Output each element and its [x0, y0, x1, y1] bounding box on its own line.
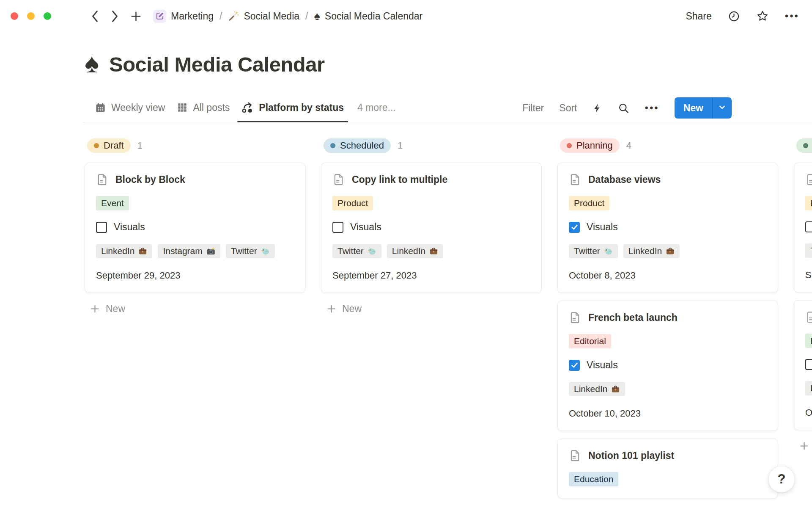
card[interactable]: French beta launchEditorialVisualsLinked…	[557, 301, 778, 431]
platform-label: L	[810, 383, 812, 393]
category-tag-row: E	[805, 334, 812, 348]
new-button[interactable]: New	[675, 97, 732, 119]
visuals-checkbox[interactable]	[805, 359, 812, 370]
card[interactable]: Notion 101 playlistEducation	[557, 439, 778, 498]
card[interactable]: Copy link to multipleProductVisualsTwitt…	[321, 163, 542, 293]
help-button[interactable]: ?	[768, 466, 795, 493]
card-title-row	[805, 173, 812, 186]
platform-tag-t: T	[805, 243, 812, 258]
new-button-label[interactable]: New	[675, 97, 712, 119]
category-tag-row: Product	[569, 196, 767, 210]
visuals-checkbox-row: Visuals	[569, 221, 767, 233]
card[interactable]: Block by BlockEventVisualsLinkedInInstag…	[85, 163, 305, 293]
search-icon[interactable]	[618, 102, 629, 114]
favorite-star-icon[interactable]	[756, 10, 769, 22]
page-doc-icon	[569, 311, 582, 324]
tab-all-posts[interactable]: All posts	[171, 99, 236, 121]
page-doc-icon	[332, 173, 345, 186]
page-title: ♠ Social Media Calendar	[85, 51, 812, 78]
platform-label: LinkedIn	[392, 246, 425, 256]
breadcrumb-item-social-media-calendar[interactable]: ♠Social Media Calendar	[314, 11, 422, 22]
platform-tag-twitter: Twitter	[569, 244, 618, 258]
category-tag-row: Event	[96, 196, 294, 210]
briefcase-icon	[666, 247, 675, 256]
visuals-checkbox-row: Visuals	[332, 221, 530, 233]
status-pill[interactable]	[796, 138, 812, 153]
checkbox-label: Visuals	[587, 221, 618, 233]
category-tag: E	[805, 334, 812, 348]
briefcase-icon	[611, 385, 620, 394]
briefcase-icon	[138, 247, 147, 256]
visuals-checkbox[interactable]	[569, 222, 580, 233]
column-header	[796, 138, 812, 153]
automation-lightning-icon[interactable]	[592, 102, 603, 114]
card-date: October 8, 2023	[569, 270, 767, 281]
add-card-button[interactable]: New	[321, 301, 542, 317]
status-pill[interactable]: Planning	[560, 138, 620, 153]
category-tag: Education	[569, 472, 618, 486]
breadcrumb-label: Social Media	[244, 11, 299, 22]
page-title-text: Social Media Calendar	[109, 52, 325, 76]
visuals-checkbox-row: Visuals	[96, 221, 294, 233]
platform-tag-l: L	[805, 381, 812, 395]
visuals-checkbox-row: Visuals	[569, 359, 767, 371]
sort-button[interactable]: Sort	[559, 102, 577, 114]
status-pill[interactable]: Draft	[87, 138, 131, 153]
more-views-link[interactable]: 4 more...	[357, 102, 396, 118]
visuals-checkbox-row	[805, 221, 812, 232]
status-dot-icon	[94, 143, 99, 148]
page-icon-spade[interactable]: ♠	[85, 50, 99, 77]
column-header: Draft1	[87, 138, 305, 153]
add-card-button[interactable]: New	[85, 301, 305, 317]
breadcrumb-item-marketing[interactable]: Marketing	[153, 10, 214, 23]
sidebar-menu-icon[interactable]	[68, 12, 80, 21]
category-tag: Editorial	[569, 334, 611, 348]
platform-tag-instagram: Instagram	[158, 244, 220, 258]
view-options-icon[interactable]: •••	[645, 102, 659, 114]
toolbar-divider	[83, 122, 812, 122]
spade-icon: ♠	[314, 11, 320, 22]
tab-platform-by-status[interactable]: Platform by status	[236, 98, 350, 121]
share-button[interactable]: Share	[686, 11, 711, 22]
filter-button[interactable]: Filter	[522, 102, 544, 114]
new-page-icon[interactable]	[130, 10, 142, 22]
status-pill[interactable]: Scheduled	[324, 138, 391, 153]
briefcase-icon	[429, 247, 438, 256]
card-title-row: Notion 101 playlist	[569, 449, 767, 462]
minimize-button[interactable]	[27, 12, 35, 20]
forward-icon[interactable]	[110, 10, 120, 23]
card-title: Database views	[588, 174, 661, 185]
visuals-checkbox[interactable]	[569, 360, 580, 371]
breadcrumb-item-social-media[interactable]: Social Media	[228, 11, 299, 22]
visuals-checkbox[interactable]	[805, 221, 812, 232]
visuals-checkbox[interactable]	[332, 222, 343, 233]
card-title-row: Block by Block	[96, 173, 294, 186]
status-label: Planning	[576, 140, 613, 151]
card[interactable]: Database viewsProductVisualsTwitterLinke…	[557, 163, 778, 293]
more-options-icon[interactable]: •••	[785, 10, 799, 22]
card[interactable]: PTS	[794, 163, 812, 293]
tab-weekly-view[interactable]: Weekly view	[89, 99, 171, 121]
page-doc-icon	[569, 449, 582, 462]
back-icon[interactable]	[90, 10, 100, 23]
zoom-button[interactable]	[44, 12, 51, 20]
plus-icon	[799, 441, 809, 451]
board-column-scheduled: Scheduled1Copy link to multipleProductVi…	[321, 138, 542, 317]
breadcrumb-label: Marketing	[171, 11, 214, 22]
visuals-checkbox[interactable]	[96, 222, 107, 233]
new-dropdown-button[interactable]	[712, 97, 732, 119]
card-title-row: Database views	[569, 173, 767, 186]
card[interactable]: ELO	[794, 300, 812, 430]
window-titlebar: Marketing/Social Media/♠Social Media Cal…	[0, 0, 812, 32]
tab-label: All posts	[193, 102, 230, 113]
card-date: O	[805, 407, 812, 418]
close-button[interactable]	[11, 12, 18, 20]
card-title-row	[805, 311, 812, 323]
card-date: S	[805, 270, 812, 281]
status-label: Draft	[104, 140, 124, 151]
platform-tag-linkedin: LinkedIn	[387, 244, 443, 258]
history-clock-icon[interactable]	[728, 10, 740, 22]
add-card-button[interactable]: New	[794, 438, 812, 454]
platform-tag-twitter: Twitter	[226, 244, 275, 258]
camera-icon	[206, 247, 215, 256]
